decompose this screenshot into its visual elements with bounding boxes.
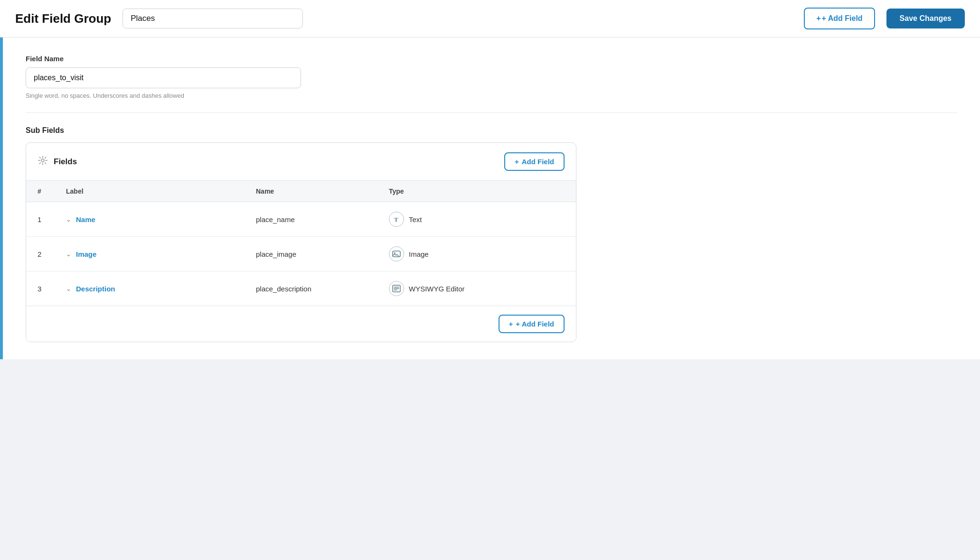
row-field-name: place_description	[245, 271, 377, 306]
svg-point-0	[41, 159, 44, 162]
table-header-row: # Label Name Type	[26, 181, 576, 202]
save-changes-label: Save Changes	[900, 14, 952, 23]
add-field-card-button[interactable]: + Add Field	[504, 152, 565, 171]
type-icon	[389, 281, 404, 296]
sub-fields-label: Sub Fields	[26, 126, 957, 135]
fields-table: # Label Name Type 1 ⌄ Name place_name	[26, 181, 576, 306]
fields-card-header: Fields + Add Field	[26, 143, 576, 181]
col-header-name: Name	[245, 181, 377, 202]
table-row: 3 ⌄ Description place_description WYSIWY…	[26, 271, 576, 306]
fields-card-footer: + + Add Field	[26, 306, 576, 342]
type-label: Image	[409, 250, 429, 258]
type-icon	[389, 246, 404, 261]
fields-card-title: Fields	[54, 157, 504, 167]
content-area: Field Name Single word, no spaces. Under…	[3, 37, 980, 359]
type-label: Text	[409, 215, 422, 224]
plus-icon-footer: +	[509, 320, 513, 328]
chevron-down-icon[interactable]: ⌄	[66, 216, 71, 223]
row-type-cell: T Text	[377, 202, 576, 237]
svg-rect-2	[393, 251, 400, 257]
col-header-label: Label	[55, 181, 245, 202]
page-header: Edit Field Group + + Add Field Save Chan…	[0, 0, 980, 37]
col-header-type: Type	[377, 181, 576, 202]
add-field-footer-label: + Add Field	[516, 320, 554, 328]
row-label-cell: ⌄ Description	[55, 271, 245, 306]
field-label-link[interactable]: Image	[76, 250, 96, 258]
field-name-label: Field Name	[26, 55, 957, 63]
type-label: WYSIWYG Editor	[409, 285, 465, 293]
type-icon: T	[389, 212, 404, 227]
field-label-link[interactable]: Name	[76, 215, 95, 224]
chevron-down-icon[interactable]: ⌄	[66, 285, 71, 292]
row-num: 2	[26, 237, 55, 271]
svg-text:T: T	[394, 216, 398, 223]
plus-icon: +	[816, 14, 820, 23]
page-title: Edit Field Group	[15, 11, 111, 26]
row-num: 3	[26, 271, 55, 306]
chevron-down-icon[interactable]: ⌄	[66, 251, 71, 258]
table-row: 2 ⌄ Image place_image Image	[26, 237, 576, 271]
row-type-cell: Image	[377, 237, 576, 271]
add-field-card-label: Add Field	[522, 158, 554, 166]
field-name-hint: Single word, no spaces. Underscores and …	[26, 92, 957, 99]
svg-point-3	[394, 252, 396, 254]
table-row: 1 ⌄ Name place_name T Text	[26, 202, 576, 237]
row-num: 1	[26, 202, 55, 237]
fields-card: Fields + Add Field # Label Name Type	[26, 142, 576, 342]
row-field-name: place_image	[245, 237, 377, 271]
field-name-input[interactable]	[26, 67, 301, 88]
add-field-footer-button[interactable]: + + Add Field	[499, 315, 565, 333]
group-name-input[interactable]	[122, 9, 303, 28]
row-type-cell: WYSIWYG Editor	[377, 271, 576, 306]
fields-gear-icon	[38, 155, 48, 168]
row-label-cell: ⌄ Image	[55, 237, 245, 271]
row-field-name: place_name	[245, 202, 377, 237]
add-field-header-label: + Add Field	[822, 14, 863, 23]
field-label-link[interactable]: Description	[76, 285, 115, 293]
plus-icon-card: +	[515, 158, 519, 166]
col-header-num: #	[26, 181, 55, 202]
save-changes-button[interactable]: Save Changes	[886, 9, 965, 28]
section-divider	[26, 112, 957, 113]
add-field-header-button[interactable]: + + Add Field	[804, 8, 875, 29]
main-area: Field Name Single word, no spaces. Under…	[0, 37, 980, 359]
row-label-cell: ⌄ Name	[55, 202, 245, 237]
